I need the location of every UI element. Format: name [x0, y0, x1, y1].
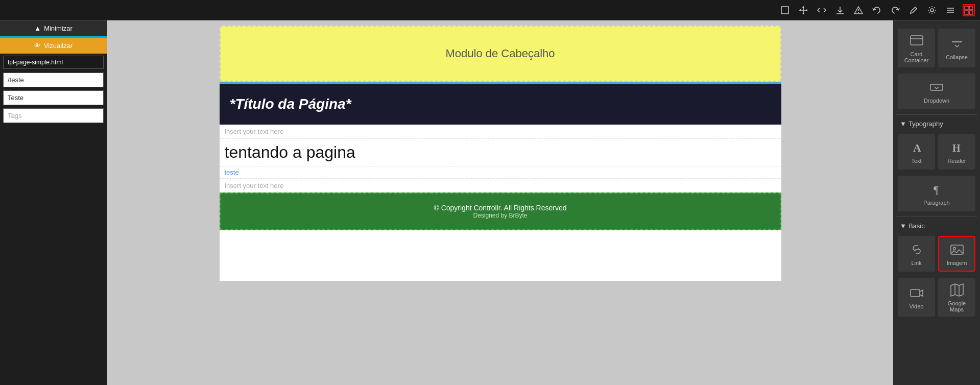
- svg-point-11: [858, 12, 859, 13]
- arrow-down-icon: ▼: [900, 120, 906, 128]
- template-select[interactable]: tpl-page-simple.html: [3, 56, 104, 69]
- panel-item-google-maps[interactable]: Google Maps: [938, 278, 975, 317]
- svg-marker-6: [806, 9, 808, 11]
- paragraph-icon: ¶: [929, 182, 944, 197]
- divider-1: [896, 114, 977, 115]
- gear-icon[interactable]: [926, 4, 938, 16]
- undo-icon[interactable]: [871, 4, 883, 16]
- insert-text-placeholder-1[interactable]: Insert your text here: [220, 125, 781, 139]
- svg-marker-4: [802, 13, 804, 15]
- svg-rect-18: [965, 11, 968, 14]
- page-title-text: *Título da Página*: [230, 96, 351, 112]
- link-icon: [910, 243, 924, 257]
- svg-rect-19: [969, 11, 973, 14]
- basic-label: Basic: [909, 222, 925, 230]
- header-module[interactable]: Modulo de Cabeçalho: [220, 26, 781, 82]
- warning-icon[interactable]: [852, 4, 865, 16]
- map-icon: [950, 283, 964, 297]
- typography-section-title: ▼ Typography: [896, 117, 977, 131]
- panel-item-video[interactable]: Video: [898, 278, 935, 317]
- panel-item-imagem[interactable]: Imagem: [938, 236, 975, 272]
- video-icon: [910, 286, 924, 300]
- panel-item-google-maps-label: Google Maps: [941, 300, 972, 312]
- image-icon: [950, 243, 964, 257]
- menu-icon[interactable]: [944, 4, 957, 16]
- panel-item-dropdown[interactable]: Dropdown: [898, 74, 975, 109]
- vizualizar-label: Vizualizar: [44, 42, 73, 50]
- svg-rect-16: [965, 6, 968, 10]
- svg-rect-17: [969, 6, 973, 10]
- footer-copyright-text: © Copyright Controllr. All Rights Reserv…: [231, 204, 770, 212]
- panel-item-card-container-label: Card Container: [901, 51, 932, 63]
- basic-section-title: ▼ Basic: [896, 219, 977, 233]
- svg-rect-30: [911, 290, 920, 297]
- footer-designed-text: Designed by BrByte: [231, 212, 770, 219]
- divider-2: [896, 216, 977, 217]
- right-panel: Card Container Collapse Dropdown ▼ Typog…: [893, 20, 980, 385]
- panel-item-collapse[interactable]: Collapse: [938, 29, 975, 67]
- chevron-up-icon: ▲: [34, 25, 41, 32]
- svg-marker-31: [951, 284, 963, 296]
- panel-grid-paragraph: ¶ Paragraph: [896, 173, 977, 214]
- header-module-text: Modulo de Cabeçalho: [445, 47, 555, 60]
- panel-item-collapse-label: Collapse: [946, 54, 968, 60]
- svg-marker-3: [802, 6, 804, 8]
- small-text-block[interactable]: teste: [220, 166, 781, 179]
- svg-point-12: [930, 9, 934, 12]
- svg-text:A: A: [913, 141, 921, 154]
- panel-item-paragraph-label: Paragraph: [923, 200, 949, 206]
- code-icon[interactable]: [816, 4, 828, 16]
- content-area: Insert your text here tentando a pagina …: [220, 125, 781, 192]
- panel-item-text[interactable]: A Text: [898, 134, 935, 170]
- move-icon[interactable]: [797, 4, 809, 16]
- panel-item-link-label: Link: [911, 260, 921, 266]
- eye-icon: 👁: [34, 42, 41, 50]
- name-input[interactable]: [3, 90, 104, 105]
- svg-rect-23: [930, 84, 943, 90]
- square-icon[interactable]: [779, 4, 791, 16]
- footer-module[interactable]: © Copyright Controllr. All Rights Reserv…: [220, 192, 781, 230]
- panel-item-video-label: Video: [910, 303, 924, 309]
- redo-icon[interactable]: [889, 4, 901, 16]
- minimize-label: Minimizar: [44, 25, 73, 32]
- panel-item-header-label: Header: [947, 158, 966, 164]
- panel-item-card-container[interactable]: Card Container: [898, 29, 935, 67]
- collapse-icon: [950, 37, 964, 51]
- panel-item-header[interactable]: H Header: [938, 134, 975, 170]
- card-container-icon: [910, 34, 924, 48]
- page-wrapper: Modulo de Cabeçalho *Título da Página* I…: [220, 26, 781, 281]
- svg-text:H: H: [952, 142, 961, 154]
- main-area: ▲ Minimizar 👁 Vizualizar tpl-page-simple…: [0, 20, 980, 385]
- panel-grid-basic: Link Imagem: [896, 233, 977, 275]
- tags-input[interactable]: [3, 108, 104, 123]
- panel-item-text-label: Text: [911, 158, 921, 164]
- download-icon[interactable]: [834, 4, 846, 16]
- panel-grid-media: Video Google Maps: [896, 275, 977, 320]
- panel-grid-dropdown: Dropdown: [896, 70, 977, 112]
- panel-item-imagem-label: Imagem: [947, 260, 967, 266]
- svg-marker-5: [799, 9, 801, 11]
- insert-text-placeholder-2[interactable]: Insert your text here: [220, 179, 781, 192]
- panel-item-paragraph[interactable]: ¶ Paragraph: [898, 176, 975, 211]
- arrow-down-icon-2: ▼: [900, 222, 906, 230]
- big-text-block[interactable]: tentando a pagina: [220, 139, 781, 166]
- svg-rect-28: [951, 245, 963, 254]
- minimize-button[interactable]: ▲ Minimizar: [0, 20, 107, 36]
- dropdown-icon: [929, 80, 944, 94]
- top-toolbar: [0, 0, 980, 20]
- vizualizar-button[interactable]: 👁 Vizualizar: [0, 38, 107, 54]
- page-title-section[interactable]: *Título da Página*: [220, 84, 781, 125]
- panel-item-dropdown-label: Dropdown: [924, 98, 949, 104]
- canvas-area: Modulo de Cabeçalho *Título da Página* I…: [107, 20, 893, 385]
- path-input[interactable]: [3, 73, 104, 87]
- panel-grid-typography: A Text H Header: [896, 131, 977, 173]
- svg-rect-0: [781, 7, 788, 14]
- left-panel: ▲ Minimizar 👁 Vizualizar tpl-page-simple…: [0, 20, 107, 385]
- svg-point-29: [953, 248, 955, 250]
- svg-text:¶: ¶: [934, 183, 939, 196]
- grid-icon[interactable]: [963, 4, 975, 16]
- pencil-icon[interactable]: [907, 4, 920, 16]
- svg-rect-20: [911, 36, 923, 45]
- panel-item-link[interactable]: Link: [898, 236, 935, 272]
- header-icon: H: [950, 140, 964, 155]
